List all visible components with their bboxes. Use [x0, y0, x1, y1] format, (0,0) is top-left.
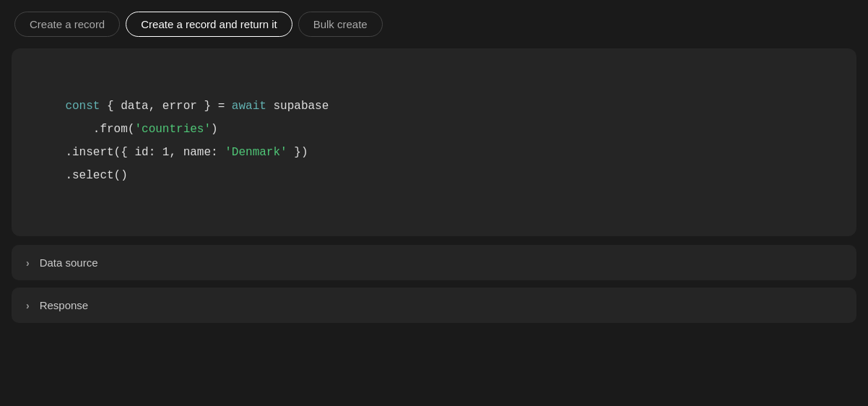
- code-from-end: ): [211, 123, 218, 136]
- code-equals: =: [218, 100, 225, 113]
- chevron-right-icon-2: ›: [26, 300, 30, 311]
- code-select: .select(): [65, 169, 127, 182]
- response-label: Response: [40, 299, 89, 311]
- code-supabase: supabase: [266, 100, 329, 113]
- tab-bar: Create a record Create a record and retu…: [12, 12, 383, 37]
- tab-bulk-create[interactable]: Bulk create: [298, 12, 383, 37]
- tab-create-record-return[interactable]: Create a record and return it: [126, 12, 292, 37]
- string-countries: 'countries': [134, 123, 211, 136]
- data-source-section[interactable]: › Data source: [12, 245, 856, 280]
- chevron-right-icon: ›: [26, 257, 30, 269]
- response-section[interactable]: › Response: [12, 288, 856, 323]
- code-insert: .insert({ id: 1, name:: [65, 146, 225, 159]
- code-destructure: { data, error }: [100, 100, 217, 113]
- data-source-label: Data source: [40, 256, 98, 269]
- keyword-await: await: [225, 100, 266, 113]
- code-block: const { data, error } = await supabase .…: [12, 48, 856, 236]
- code-from: .from(: [65, 123, 134, 136]
- code-insert-end: }): [287, 146, 308, 159]
- keyword-const: const: [65, 100, 100, 113]
- code-content: const { data, error } = await supabase .…: [38, 72, 830, 210]
- tab-create-record[interactable]: Create a record: [14, 12, 120, 37]
- string-denmark: 'Denmark': [225, 146, 287, 159]
